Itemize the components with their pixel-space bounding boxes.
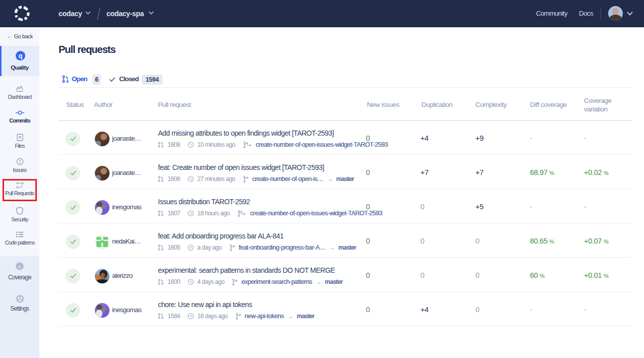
svg-text:c: c: [18, 264, 21, 269]
